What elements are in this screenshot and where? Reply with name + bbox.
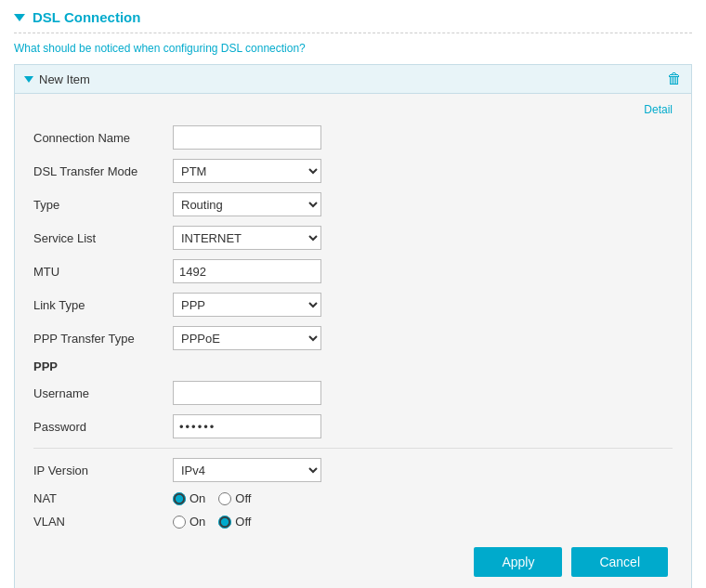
mtu-row: MTU — [33, 259, 673, 283]
new-item-left: New Item — [24, 72, 90, 86]
dsl-transfer-mode-row: DSL Transfer Mode PTM ATM — [33, 159, 673, 183]
type-row: Type Routing Bridging — [33, 192, 673, 216]
trash-icon[interactable]: 🗑 — [667, 71, 682, 87]
nat-row: NAT On Off — [33, 491, 673, 505]
username-input[interactable] — [173, 381, 321, 405]
new-item-header: New Item 🗑 — [14, 64, 692, 94]
vlan-on-label: On — [190, 515, 205, 529]
nat-on-option[interactable]: On — [173, 491, 205, 505]
vlan-off-label: Off — [235, 515, 251, 529]
username-row: Username — [33, 381, 673, 405]
page-container: DSL Connection What should be noticed wh… — [0, 0, 706, 588]
vlan-radio-group: On Off — [173, 515, 251, 529]
ppp-transfer-type-row: PPP Transfer Type PPPoE PPPoA — [33, 326, 673, 350]
nat-off-label: Off — [235, 491, 251, 505]
vlan-off-option[interactable]: Off — [218, 515, 251, 529]
section-title: DSL Connection — [14, 9, 692, 33]
ppp-transfer-type-label: PPP Transfer Type — [33, 332, 173, 346]
type-label: Type — [33, 198, 173, 212]
vlan-off-radio[interactable] — [218, 516, 231, 529]
nat-on-radio[interactable] — [173, 492, 186, 505]
dsl-transfer-mode-label: DSL Transfer Mode — [33, 164, 173, 178]
connection-name-row: Connection Name — [33, 125, 673, 150]
link-type-row: Link Type PPP IPoE — [33, 293, 673, 317]
mtu-input[interactable] — [173, 259, 321, 283]
password-row: Password — [33, 414, 673, 438]
vlan-label: VLAN — [33, 515, 173, 529]
vlan-on-radio[interactable] — [173, 516, 186, 529]
vlan-on-option[interactable]: On — [173, 515, 205, 529]
vlan-row: VLAN On Off — [33, 515, 673, 529]
nat-label: NAT — [33, 491, 173, 505]
ppp-section-label: PPP — [33, 359, 673, 373]
detail-link[interactable]: Detail — [33, 103, 673, 116]
service-list-row: Service List INTERNET OTHER — [33, 226, 673, 250]
service-list-label: Service List — [33, 231, 173, 245]
connection-name-input[interactable] — [173, 125, 321, 150]
divider — [33, 448, 673, 449]
cancel-button[interactable]: Cancel — [571, 547, 668, 577]
ip-version-label: IP Version — [33, 464, 173, 477]
new-item-label: New Item — [39, 72, 90, 86]
section-title-text: DSL Connection — [33, 9, 140, 25]
mtu-label: MTU — [33, 265, 173, 279]
password-input[interactable] — [173, 414, 321, 438]
connection-name-label: Connection Name — [33, 131, 173, 145]
nat-radio-group: On Off — [173, 491, 251, 505]
password-label: Password — [33, 420, 173, 434]
link-type-select[interactable]: PPP IPoE — [173, 293, 321, 317]
expand-icon — [24, 76, 33, 83]
bottom-buttons: Apply Cancel — [33, 547, 673, 577]
nat-on-label: On — [190, 491, 205, 505]
form-container: Detail Connection Name DSL Transfer Mode… — [14, 94, 692, 588]
ppp-transfer-type-select[interactable]: PPPoE PPPoA — [173, 326, 321, 350]
username-label: Username — [33, 386, 173, 400]
nat-off-option[interactable]: Off — [218, 491, 251, 505]
ip-version-row: IP Version IPv4 IPv6 — [33, 458, 673, 482]
help-link[interactable]: What should be noticed when configuring … — [14, 42, 306, 55]
apply-button[interactable]: Apply — [474, 547, 562, 577]
nat-off-radio[interactable] — [218, 492, 231, 505]
type-select[interactable]: Routing Bridging — [173, 192, 321, 216]
collapse-icon — [14, 14, 25, 21]
ip-version-select[interactable]: IPv4 IPv6 — [173, 458, 321, 482]
link-type-label: Link Type — [33, 298, 173, 312]
service-list-select[interactable]: INTERNET OTHER — [173, 226, 321, 250]
dsl-transfer-mode-select[interactable]: PTM ATM — [173, 159, 321, 183]
